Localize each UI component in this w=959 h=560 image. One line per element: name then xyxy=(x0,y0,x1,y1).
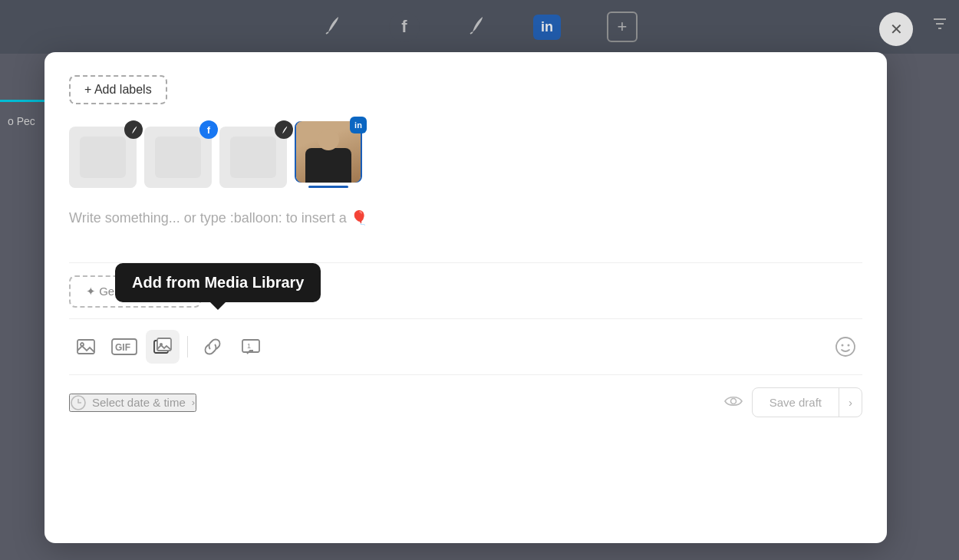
date-placeholder: Select date & time xyxy=(92,396,186,409)
save-draft-group: Save draft › xyxy=(752,387,862,417)
image-button[interactable] xyxy=(69,330,103,364)
emoji-button[interactable] xyxy=(829,330,862,364)
linkedin-toolbar-icon[interactable]: in xyxy=(533,15,561,40)
tooltip-text: Add from Media Library xyxy=(132,274,304,291)
media-toolbar: GIF 1 xyxy=(69,318,862,375)
tooltip: Add from Media Library xyxy=(115,263,321,302)
quill-2-icon[interactable] xyxy=(466,14,487,41)
comment-button[interactable]: 1 xyxy=(234,330,268,364)
gif-button[interactable]: GIF xyxy=(107,330,141,364)
toolbar-divider xyxy=(187,336,188,357)
facebook-toolbar-icon[interactable]: f xyxy=(389,12,420,42)
generate-area: Add from Media Library ✦ Generate with A… xyxy=(69,275,862,308)
write-placeholder: Write something... or type :balloon: to … xyxy=(69,210,367,226)
active-tab-underline xyxy=(308,186,349,188)
save-draft-button[interactable]: Save draft xyxy=(753,388,839,417)
tab-linkedin[interactable]: in xyxy=(295,121,362,188)
tab-twitter-2[interactable] xyxy=(219,127,287,188)
tab-avatar-twitter-2 xyxy=(219,127,287,188)
svg-line-0 xyxy=(326,32,328,34)
svg-rect-5 xyxy=(77,340,94,354)
date-chevron-icon: › xyxy=(192,397,195,408)
save-draft-dropdown-button[interactable]: › xyxy=(839,388,862,417)
quill-1-icon[interactable] xyxy=(321,14,343,41)
write-area[interactable]: Write something... or type :balloon: to … xyxy=(69,202,862,263)
twitter-2-badge xyxy=(275,120,293,139)
add-platform-icon[interactable]: + xyxy=(607,12,638,42)
add-labels-button[interactable]: + Add labels xyxy=(69,75,167,104)
svg-text:GIF: GIF xyxy=(115,342,130,353)
tab-avatar-twitter-1 xyxy=(69,127,137,188)
tab-avatar-facebook: f xyxy=(144,127,212,188)
media-library-button[interactable] xyxy=(146,330,180,364)
linkedin-badge: in xyxy=(350,117,367,133)
compose-modal: + Add labels f xyxy=(44,52,887,543)
twitter-1-badge xyxy=(124,120,143,139)
facebook-badge: f xyxy=(199,120,218,139)
svg-line-1 xyxy=(470,32,473,34)
close-button[interactable]: ✕ xyxy=(879,12,913,46)
tab-avatar-linkedin: in xyxy=(295,121,362,183)
date-selector-button[interactable]: Select date & time › xyxy=(69,394,196,412)
svg-point-15 xyxy=(842,344,844,347)
left-edge-text: o Pec xyxy=(0,107,43,135)
platform-tabs: f in xyxy=(69,121,862,188)
blue-accent xyxy=(0,100,44,102)
svg-point-14 xyxy=(836,338,855,356)
svg-text:1: 1 xyxy=(247,342,251,350)
tab-twitter-1[interactable] xyxy=(69,127,137,188)
svg-point-16 xyxy=(848,344,850,347)
visibility-button[interactable] xyxy=(724,393,743,413)
filter-button[interactable] xyxy=(931,15,948,37)
link-button[interactable] xyxy=(196,330,229,364)
top-toolbar: f in + xyxy=(0,0,959,54)
modal-footer: Select date & time › Save draft › xyxy=(69,375,862,430)
tab-facebook[interactable]: f xyxy=(144,127,212,188)
svg-point-18 xyxy=(730,398,736,404)
add-labels-label: + Add labels xyxy=(84,83,152,97)
